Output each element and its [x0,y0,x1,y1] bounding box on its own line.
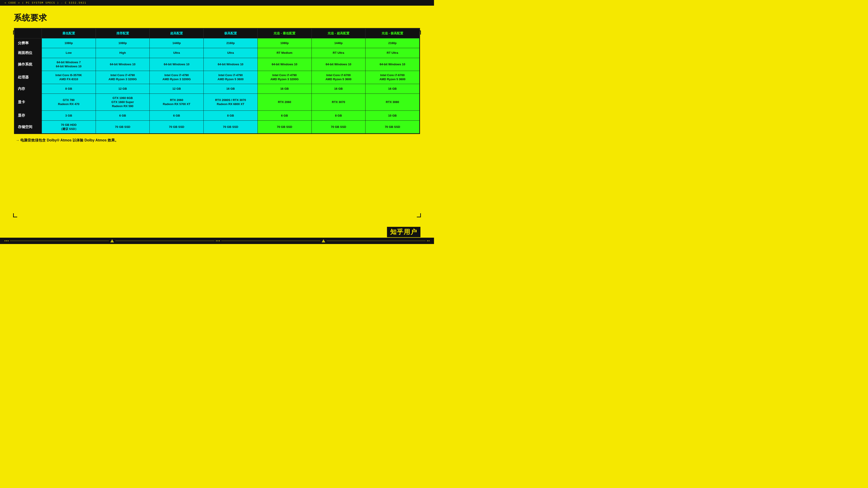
cell-1-4: RT Medium [257,48,311,58]
bar-line-4 [327,240,426,241]
table-row: 显存3 GB6 GB6 GB8 GB6 GB8 GB10 GB [15,111,420,121]
header-row: 最低配置 推荐配置 超高配置 极高配置 光追 - 最低配置 光追 - 超高配置 … [15,29,420,38]
header-ultra: 超高配置 [150,29,204,38]
cell-2-0: 64-bit Windows 7 64-bit Windows 10 [42,58,96,71]
cell-7-5: 70 GB SSD [311,121,366,133]
bar-line-1 [10,240,109,241]
cell-3-6: Intel Core i7-6700 AMD Ryzen 5 3600 [366,71,420,84]
cell-6-0: 3 GB [42,111,96,121]
row-label-7: 存储空间 [15,121,42,133]
row-label-0: 分辨率 [15,38,42,48]
header-rec: 推荐配置 [96,29,150,38]
footer-note: → 电脑音效须包含 Dolby® Atmos 以体验 Dolby Atmos 效… [13,138,421,143]
row-label-2: 操作系统 [15,58,42,71]
cell-4-5: 16 GB [311,84,366,94]
bottom-bar-decoration [4,239,430,242]
table-body: 分辨率1080p1080p1440p2160p1080p1440p2160p画面… [15,38,420,133]
cell-6-4: 6 GB [257,111,311,121]
cell-6-3: 8 GB [204,111,258,121]
row-label-5: 显卡 [15,94,42,111]
header-min: 最低配置 [42,29,96,38]
triangle-decoration [110,239,114,242]
bar-line-3 [221,240,320,241]
page-title: 系统要求 [13,12,421,24]
cell-7-0: 70 GB HDD （建议 SSD） [42,121,96,133]
row-label-4: 内存 [15,84,42,94]
cell-2-1: 64-bit Windows 10 [96,58,150,71]
cell-7-1: 70 GB SSD [96,121,150,133]
cell-1-3: Ultra [204,48,258,58]
table-header: 最低配置 推荐配置 超高配置 极高配置 光追 - 最低配置 光追 - 超高配置 … [15,29,420,38]
watermark: 知乎用户 [387,227,421,237]
top-bar: < CODE > ( PC SYSTEM SPECS ) - C 5332.59… [0,0,434,6]
cell-3-3: Intel Core i7-4790 AMD Ryzen 5 3600 [204,71,258,84]
bar-line-2 [115,240,214,241]
corner-decoration-tr [417,31,421,35]
table-row: 内存8 GB12 GB12 GB16 GB16 GB16 GB16 GB [15,84,420,94]
table-row: 显卡GTX 780 Radeon RX 470GTX 1060 6GB GTX … [15,94,420,111]
dot [8,240,8,241]
cell-0-1: 1080p [96,38,150,48]
cell-1-2: Ultra [150,48,204,58]
cell-2-2: 64-bit Windows 10 [150,58,204,71]
cell-0-6: 2160p [366,38,420,48]
cell-0-5: 1440p [311,38,366,48]
cell-0-0: 1080p [42,38,96,48]
cell-7-4: 70 GB SSD [257,121,311,133]
cell-5-3: RTX 2080S / RTX 3070 Radeon RX 6800 XT [204,94,258,111]
cell-4-2: 12 GB [150,84,204,94]
dot [427,240,428,241]
dot [429,240,430,241]
corner-decoration-tl [13,31,17,35]
cell-2-3: 64-bit Windows 10 [204,58,258,71]
dot [216,240,217,241]
cell-5-4: RTX 2060 [257,94,311,111]
cell-2-6: 64-bit Windows 10 [366,58,420,71]
cell-5-1: GTX 1060 6GB GTX 1660 Super Radeon RX 59… [96,94,150,111]
bottom-bar [0,238,434,244]
cell-7-6: 70 GB SSD [366,121,420,133]
specs-table: 最低配置 推荐配置 超高配置 极高配置 光追 - 最低配置 光追 - 超高配置 … [14,29,420,133]
cell-4-6: 16 GB [366,84,420,94]
header-row-label [15,29,42,38]
header-rt-max: 光追 - 极高配置 [366,29,420,38]
cell-7-2: 70 GB SSD [150,121,204,133]
cell-0-2: 1440p [150,38,204,48]
corner-decoration-bl [13,213,17,217]
cell-5-0: GTX 780 Radeon RX 470 [42,94,96,111]
cell-3-4: Intel Core i7-4790 AMD Ryzen 3 3200G [257,71,311,84]
table-row: 画面档位LowHighUltraUltraRT MediumRT UltraRT… [15,48,420,58]
cell-4-1: 12 GB [96,84,150,94]
cell-6-6: 10 GB [366,111,420,121]
cell-2-4: 64-bit Windows 10 [257,58,311,71]
header-rt-ultra: 光追 - 超高配置 [311,29,366,38]
cell-2-5: 64-bit Windows 10 [311,58,366,71]
dot-group-1 [4,240,8,241]
cell-5-2: RTX 2060 Radeon RX 5700 XT [150,94,204,111]
table-row: 分辨率1080p1080p1440p2160p1080p1440p2160p [15,38,420,48]
cell-3-0: Intel Core i5-3570K AMD FX-8310 [42,71,96,84]
table-row: 处理器Intel Core i5-3570K AMD FX-8310Intel … [15,71,420,84]
cell-4-4: 16 GB [257,84,311,94]
dot [219,240,220,241]
table-row: 操作系统64-bit Windows 7 64-bit Windows 1064… [15,58,420,71]
cell-3-2: Intel Core i7-4790 AMD Ryzen 3 3200G [150,71,204,84]
cell-0-3: 2160p [204,38,258,48]
cell-1-0: Low [42,48,96,58]
cell-4-3: 16 GB [204,84,258,94]
dot-group-3 [427,240,430,241]
corner-decoration-br [417,213,421,217]
cell-1-1: High [96,48,150,58]
dot [6,240,7,241]
row-label-1: 画面档位 [15,48,42,58]
cell-1-6: RT Ultra [366,48,420,58]
cell-3-5: Intel Core i7-6700 AMD Ryzen 5 3600 [311,71,366,84]
cell-3-1: Intel Core i7-4790 AMD Ryzen 3 3200G [96,71,150,84]
triangle-decoration-2 [322,239,325,242]
cell-6-5: 8 GB [311,111,366,121]
dot [4,240,5,241]
row-label-6: 显存 [15,111,42,121]
cell-4-0: 8 GB [42,84,96,94]
header-rt-min: 光追 - 最低配置 [257,29,311,38]
cell-5-5: RTX 3070 [311,94,366,111]
